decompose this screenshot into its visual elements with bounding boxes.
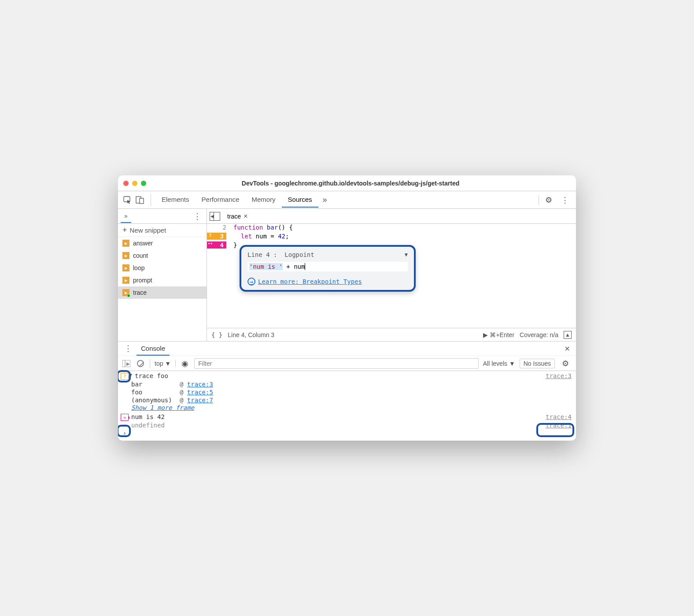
svg-text:▶: ▶ (126, 361, 130, 366)
sourcemap-icon[interactable]: ▲ (564, 331, 572, 339)
console-toolbar: ▶ top ▼ ◉ All levels ▼ No Issues ⚙ (118, 356, 576, 371)
main-tabbar: Elements Performance Memory Sources » ⚙ … (118, 191, 576, 209)
run-shortcut: ⌘+Enter (490, 331, 514, 338)
snippet-icon (122, 240, 129, 247)
chevron-down-icon[interactable]: ▼ (405, 252, 408, 258)
stack-link[interactable]: trace:7 (187, 397, 213, 404)
console-return: undefined (129, 422, 541, 429)
navigator-more-icon[interactable]: » (121, 210, 131, 223)
console-prompt-row[interactable]: › (118, 429, 576, 437)
learn-more-link[interactable]: → Learn more: Breakpoint Types (247, 278, 408, 286)
settings-icon[interactable]: ⚙ (539, 195, 556, 205)
close-drawer-icon[interactable]: × (560, 344, 574, 354)
editor-tab-label: trace (227, 213, 241, 220)
editor-tabbar: ◀ trace × (207, 209, 576, 224)
titlebar: DevTools - googlechrome.github.io/devtoo… (118, 175, 576, 191)
code-line: } (229, 241, 237, 250)
popup-line-label: Line 4 : (247, 251, 277, 258)
source-link[interactable]: trace:3 (541, 372, 572, 379)
stack-trace: bar@ trace:3 foo@ trace:5 (anonymous)@ t… (118, 380, 576, 404)
snippet-icon (122, 264, 129, 271)
sidebar-header: » ⋮ (118, 209, 207, 224)
show-more-frames-link[interactable]: Show 1 more frame (118, 404, 576, 411)
code-line: function bar() { (229, 224, 293, 233)
navigator-sidebar: » ⋮ + New snippet answer count loop prom… (118, 209, 207, 341)
devtools-window: DevTools - googlechrome.github.io/devtoo… (118, 175, 576, 441)
console-row: ‹ undefined trace:1 (118, 421, 576, 429)
snippet-icon (122, 252, 129, 259)
gutter: 2 3 4 5 (207, 224, 229, 328)
tab-sources[interactable]: Sources (282, 192, 318, 208)
tab-elements[interactable]: Elements (155, 192, 196, 208)
svg-rect-2 (140, 198, 144, 204)
device-toggle-icon[interactable] (134, 194, 146, 206)
logpoint-input[interactable]: 'num is ' + num​ (247, 262, 408, 271)
snippet-item-trace[interactable]: trace (118, 286, 207, 299)
logpoint-badge-icon: » (121, 414, 129, 421)
more-tabs-icon[interactable]: » (318, 195, 332, 204)
console-message: num is 42 (129, 413, 541, 420)
snippet-item-prompt[interactable]: prompt (118, 274, 207, 286)
new-snippet-label: New snippet (130, 226, 166, 234)
prompt-chevron-icon: › (120, 430, 129, 437)
source-link[interactable]: trace:1 (541, 422, 572, 429)
code-line: let num = 42; (229, 233, 289, 241)
window-title: DevTools - googlechrome.github.io/devtoo… (130, 180, 571, 187)
menu-icon[interactable]: ⋮ (557, 195, 572, 205)
linenum[interactable]: 3 (207, 233, 229, 241)
console-row: ? ▼ trace foo trace:3 (118, 372, 576, 380)
navigator-menu-icon[interactable]: ⋮ (191, 212, 204, 221)
run-icon[interactable]: ▶ (483, 331, 488, 338)
logpoint-icon[interactable]: 4 (207, 241, 226, 249)
issues-button[interactable]: No Issues (520, 359, 555, 368)
trace-badge-icon: ? (121, 373, 129, 380)
linenum[interactable]: 2 (207, 224, 229, 233)
context-selector[interactable]: top ▼ (155, 360, 176, 367)
console-row: » num is 42 trace:4 (118, 413, 576, 421)
plus-icon: + (122, 226, 127, 235)
snippet-item-loop[interactable]: loop (118, 262, 207, 274)
conditional-breakpoint-icon[interactable]: 3 (207, 233, 226, 240)
log-levels-selector[interactable]: All levels ▼ (483, 360, 515, 367)
clear-console-icon[interactable] (136, 359, 145, 368)
live-expression-icon[interactable]: ◉ (180, 359, 190, 368)
cursor-position: Line 4, Column 3 (228, 331, 274, 338)
snippet-item-count[interactable]: count (118, 249, 207, 262)
arrow-circle-icon: → (247, 278, 255, 286)
console-settings-icon[interactable]: ⚙ (559, 359, 572, 368)
editor-pane: ◀ trace × 2 3 4 5 function bar() { let n… (207, 209, 576, 341)
popup-type-select[interactable]: Logpoint (284, 251, 314, 258)
editor-tab-trace[interactable]: trace × (225, 212, 250, 220)
console-sidebar-toggle-icon[interactable]: ▶ (122, 359, 131, 368)
toggle-navigator-icon[interactable]: ◀ (209, 210, 221, 223)
filter-input[interactable] (194, 358, 479, 369)
stack-link[interactable]: trace:3 (187, 381, 213, 388)
disclosure-icon[interactable]: ▼ (129, 372, 133, 377)
new-snippet-button[interactable]: + New snippet (118, 224, 207, 237)
breakpoint-popup: Line 4 : Logpoint ▼ 'num is ' + num​ → L… (240, 245, 416, 292)
return-chevron-icon: ‹ (120, 422, 129, 429)
tab-memory[interactable]: Memory (245, 192, 281, 208)
drawer-tab-console[interactable]: Console (137, 342, 170, 356)
tab-performance[interactable]: Performance (196, 192, 246, 208)
console-message: trace foo (133, 372, 541, 379)
coverage-label: Coverage: n/a (520, 331, 558, 338)
pretty-print-icon[interactable]: { } (211, 331, 222, 338)
inspect-icon[interactable] (122, 194, 134, 206)
close-window[interactable] (123, 181, 129, 186)
close-tab-icon[interactable]: × (244, 212, 247, 220)
unsaved-dot-icon (127, 294, 130, 297)
console-body: ? ▼ trace foo trace:3 bar@ trace:3 foo@ … (118, 371, 576, 441)
source-link[interactable]: trace:4 (541, 413, 572, 420)
editor-statusbar: { } Line 4, Column 3 ▶ ⌘+Enter Coverage:… (207, 328, 576, 341)
code-editor[interactable]: 2 3 4 5 function bar() { let num = 42; }… (207, 224, 576, 328)
stack-link[interactable]: trace:5 (187, 389, 213, 396)
drawer-header: ⋮ Console × (118, 341, 576, 356)
snippet-item-answer[interactable]: answer (118, 237, 207, 249)
drawer-menu-icon[interactable]: ⋮ (120, 344, 137, 353)
linenum[interactable]: 4 (207, 241, 229, 250)
snippet-icon (122, 277, 129, 284)
